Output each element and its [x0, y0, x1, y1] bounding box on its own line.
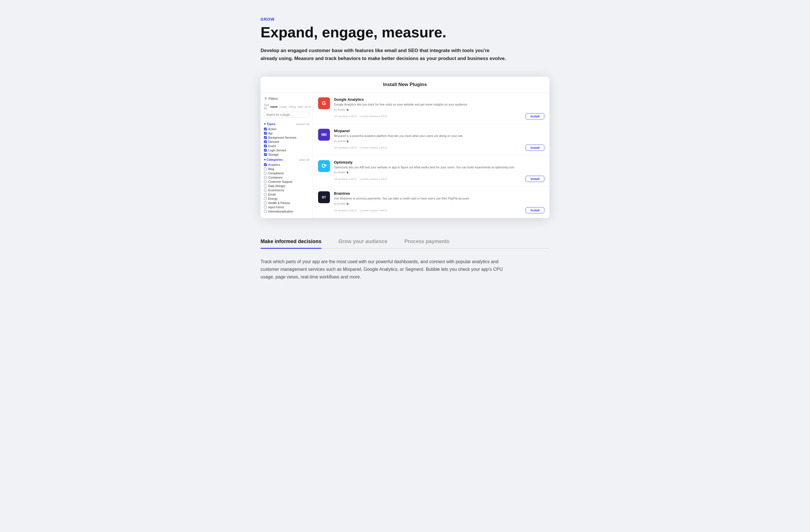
braintree-icon: BT [318, 191, 330, 203]
filter-icon: ⚗ [264, 97, 267, 101]
search-input[interactable] [264, 112, 309, 118]
tab-grow-audience[interactable]: Grow your audience [338, 235, 387, 249]
mixpanel-install-button[interactable]: Install [526, 145, 544, 151]
cat-email[interactable]: Email [264, 193, 309, 196]
mixpanel-desc: Mixpanel is a powerful analytics platfor… [334, 134, 544, 138]
optimizely-footer: All versions 2.5/5.0 Current version 2.5… [334, 176, 544, 182]
optimizely-install-button[interactable]: Install [526, 176, 544, 182]
braintree-desc: Use Braintree to process payments. You c… [334, 196, 544, 201]
type-api[interactable]: Api [264, 132, 309, 135]
type-action[interactable]: Action [264, 127, 309, 131]
cat-ecommerce[interactable]: Ecommerce [264, 188, 309, 192]
google-analytics-install-button[interactable]: Install [526, 113, 544, 119]
sort-usage[interactable]: usage [279, 105, 287, 109]
types-section-header: ▾ Types deselect all [264, 122, 309, 126]
cat-energy[interactable]: Energy [264, 197, 309, 200]
sort-name[interactable]: name [270, 105, 278, 109]
tabs-section: Make informed decisions Grow your audien… [261, 235, 549, 281]
braintree-name: Braintree [334, 191, 544, 196]
google-analytics-icon: G [318, 97, 330, 109]
types-deselect[interactable]: deselect all [296, 122, 309, 126]
sort-options: name usage rating date price [270, 105, 311, 109]
cat-customer-support[interactable]: Customer Support [264, 180, 309, 183]
tab-make-informed[interactable]: Make informed decisions [261, 235, 322, 249]
modal-header: Install New Plugins [261, 77, 549, 93]
cat-data-things[interactable]: Data (things) [264, 184, 309, 188]
braintree-by: By Bubble [334, 202, 345, 205]
type-event[interactable]: Event [264, 144, 309, 148]
plugin-item-google-analytics: G Google Analytics Google Analytics lets… [313, 93, 549, 124]
braintree-footer: All versions 5.0/5.0 Current version 5.0… [334, 207, 544, 213]
google-analytics-version: All versions 4.3/5.0 Current version 4.3… [334, 115, 387, 118]
grow-label: GROW [261, 17, 549, 21]
plugin-sidebar: ⚗ Filters Sort by name usage rating date… [261, 93, 313, 218]
google-analytics-info: Google Analytics Google Analytics lets y… [334, 97, 544, 119]
categories-section-header: ▾ Categories select all [264, 158, 309, 162]
plugin-modal-card: Install New Plugins ⚗ Filters Sort by na… [261, 77, 549, 218]
modal-body: ⚗ Filters Sort by name usage rating date… [261, 93, 549, 218]
bubble-logo-3: b [347, 171, 349, 174]
optimizely-icon: ⟳ [318, 160, 330, 172]
optimizely-by: By Bubble [334, 171, 345, 174]
optimizely-desc: Optimizely lets you A/B test your websit… [334, 165, 544, 169]
cat-blog[interactable]: Blog [264, 167, 309, 171]
tabs-row: Make informed decisions Grow your audien… [261, 235, 549, 249]
sort-label: Sort by [264, 103, 269, 110]
plugin-item-mixpanel: MIX Mixpanel Mixpanel is a powerful anal… [313, 124, 549, 156]
categories-select-all[interactable]: select all [299, 158, 309, 161]
google-analytics-by: By Bubble [334, 109, 345, 111]
page-container: GROW Expand, engage, measure. Develop an… [249, 0, 561, 304]
plugin-item-optimizely: ⟳ Optimizely Optimizely lets you A/B tes… [313, 156, 549, 187]
optimizely-version: All versions 2.5/5.0 Current version 2.5… [334, 178, 387, 181]
optimizely-info: Optimizely Optimizely lets you A/B test … [334, 160, 544, 182]
cat-internationalization[interactable]: Internationalization [264, 210, 309, 213]
google-analytics-meta: By Bubble b [334, 108, 544, 112]
filters-row: ⚗ Filters [264, 97, 309, 101]
bubble-logo-4: b [347, 202, 349, 205]
type-login-service[interactable]: Login Service [264, 149, 309, 152]
braintree-version: All versions 5.0/5.0 Current version 5.0… [334, 209, 387, 212]
sort-rating[interactable]: rating [289, 105, 296, 109]
braintree-info: Braintree Use Braintree to process payme… [334, 191, 544, 213]
optimizely-meta: By Bubble b [334, 171, 544, 174]
google-analytics-footer: All versions 4.3/5.0 Current version 4.3… [334, 113, 544, 119]
sort-row: Sort by name usage rating date price [264, 103, 309, 110]
categories-title: ▾ Categories [264, 158, 283, 162]
tab-content: Track which parts of your app are the mo… [261, 258, 507, 281]
mixpanel-footer: All versions 2.5/5.0 Current version 2.5… [334, 145, 544, 151]
cat-compliance[interactable]: Compliance [264, 171, 309, 175]
mixpanel-icon: MIX [318, 129, 330, 140]
plugin-list: G Google Analytics Google Analytics lets… [313, 93, 549, 218]
braintree-meta: By Bubble b [334, 202, 544, 205]
cat-health-fitness[interactable]: Health & Fitness [264, 201, 309, 204]
bubble-logo-1: b [347, 108, 349, 112]
mixpanel-name: Mixpanel [334, 129, 544, 133]
type-background-services[interactable]: Background Services [264, 136, 309, 139]
mixpanel-info: Mixpanel Mixpanel is a powerful analytic… [334, 129, 544, 151]
sort-date[interactable]: date [298, 105, 303, 109]
plugin-item-braintree: BT Braintree Use Braintree to process pa… [313, 187, 549, 218]
hero-title: Expand, engage, measure. [261, 24, 549, 40]
bubble-logo-2: b [347, 139, 349, 143]
hero-subtitle: Develop an engaged customer base with fe… [261, 47, 507, 63]
mixpanel-meta: By Bubble b [334, 139, 544, 143]
cat-analytics[interactable]: Analytics [264, 163, 309, 166]
types-title: ▾ Types [264, 122, 275, 126]
google-analytics-desc: Google Analytics lets you track for free… [334, 102, 544, 107]
google-analytics-name: Google Analytics [334, 97, 544, 102]
cat-containers[interactable]: Containers [264, 176, 309, 179]
cat-input-forms[interactable]: Input Forms [264, 205, 309, 209]
mixpanel-by: By Bubble [334, 140, 345, 143]
tab-process-payments[interactable]: Process payments [404, 235, 450, 249]
type-storage[interactable]: Storage [264, 153, 309, 156]
sort-price[interactable]: price [305, 105, 311, 109]
braintree-install-button[interactable]: Install [526, 207, 544, 213]
mixpanel-version: All versions 2.5/5.0 Current version 2.5… [334, 146, 387, 149]
optimizely-name: Optimizely [334, 160, 544, 164]
type-element[interactable]: Element [264, 140, 309, 144]
filters-label: Filters [269, 97, 278, 101]
